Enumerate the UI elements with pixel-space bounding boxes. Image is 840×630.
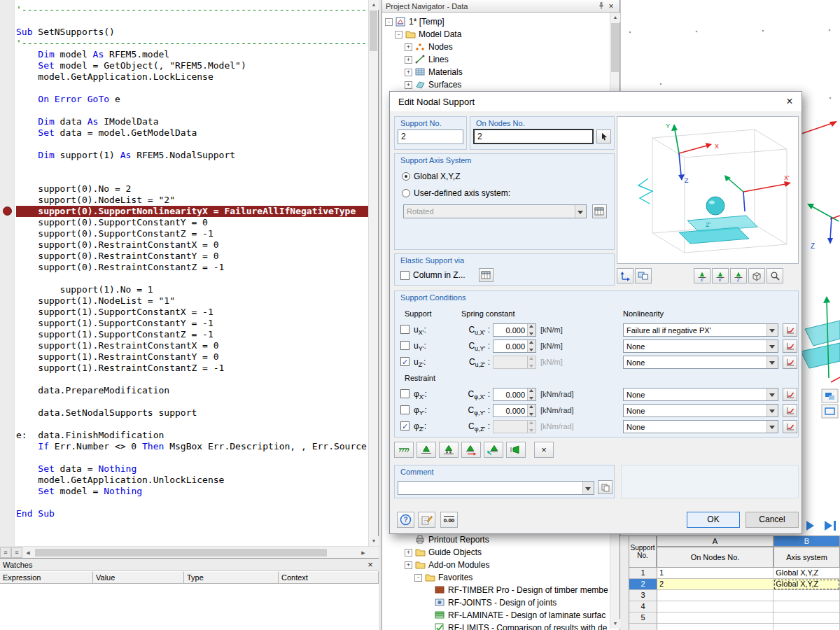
tree-item[interactable]: RF-LIMITS - Comparison of results with d… [382, 622, 610, 630]
close-icon[interactable]: × [365, 559, 376, 570]
tree-item[interactable]: +Surfaces [382, 78, 610, 91]
spring-constant-input[interactable] [493, 356, 536, 369]
chevron-down-icon[interactable] [766, 421, 778, 433]
hinged-support-button[interactable] [416, 442, 436, 458]
spring-constant-input[interactable]: 0.000 [493, 323, 536, 337]
pick-nodes-button[interactable] [596, 130, 611, 144]
scroll-down-icon[interactable]: ▼ [369, 536, 379, 546]
spring-constant-input[interactable]: 0.000 [493, 404, 536, 417]
scroll-up-icon[interactable]: ▲ [369, 0, 379, 10]
support-checkbox[interactable] [400, 341, 410, 350]
column-header-type[interactable]: Type [184, 571, 279, 584]
expand-icon[interactable]: + [405, 81, 412, 89]
comment-select[interactable] [398, 481, 594, 495]
panel-splitter[interactable] [620, 536, 629, 630]
roller-y-support-button[interactable] [484, 442, 503, 458]
column-header-context[interactable]: Context [279, 571, 379, 584]
code-vertical-scrollbar[interactable]: ▲ ▼ [368, 0, 378, 546]
cell-axis-system[interactable] [774, 590, 840, 601]
scroll-right-icon[interactable]: ▶ [358, 547, 369, 558]
nonlinearity-select[interactable]: None [623, 340, 778, 353]
table-corner-header[interactable]: Support No. [629, 536, 657, 568]
support-checkbox[interactable] [400, 405, 410, 414]
tree-item[interactable]: Printout Reports [382, 533, 610, 546]
on-nodes-input[interactable]: 2 [473, 129, 594, 144]
radio-icon[interactable] [402, 189, 410, 197]
column-header-expression[interactable]: Expression [0, 571, 93, 584]
tree-item[interactable]: +Lines [382, 53, 610, 66]
chevron-down-icon[interactable] [766, 340, 778, 352]
row-number[interactable]: 3 [629, 590, 657, 601]
zoom-button[interactable] [766, 268, 783, 284]
column-in-z-checkbox[interactable]: Column in Z... [400, 270, 465, 281]
view-y-button[interactable]: y' [712, 268, 729, 284]
expand-icon[interactable]: + [405, 56, 412, 64]
expand-icon[interactable]: + [405, 69, 412, 76]
split-handle-icon[interactable]: ≡ [0, 547, 11, 558]
scrollbar-thumb[interactable] [35, 549, 327, 556]
chevron-down-icon[interactable] [766, 405, 778, 416]
breakpoint-icon[interactable] [3, 206, 12, 216]
cancel-button[interactable]: Cancel [746, 512, 799, 528]
nonlinearity-edit-button[interactable] [783, 340, 797, 353]
chevron-down-icon[interactable] [582, 482, 594, 494]
cell-on-nodes[interactable] [657, 601, 774, 612]
spinner-icons[interactable] [527, 421, 536, 433]
row-number[interactable]: 1 [629, 568, 657, 579]
split-handle-icon[interactable]: ≡ [11, 547, 22, 558]
expand-icon[interactable]: + [405, 561, 412, 569]
scroll-down-icon[interactable]: ▼ [610, 619, 620, 629]
free-support-button[interactable] [506, 442, 526, 458]
nonlinearity-select[interactable]: None [623, 356, 778, 369]
rigid-support-button[interactable] [394, 442, 414, 458]
nonlinearity-edit-button[interactable] [783, 323, 797, 337]
on-nodes-column-header[interactable]: On Nodes No. [657, 547, 774, 568]
help-button[interactable]: ? [397, 512, 414, 528]
cell-axis-system[interactable]: Global X,Y,Z [774, 568, 840, 579]
decimal-places-button[interactable]: 0.00 [440, 512, 458, 528]
chevron-down-icon[interactable] [766, 388, 778, 400]
spinner-icons[interactable] [527, 324, 536, 336]
chevron-down-icon[interactable] [766, 324, 778, 336]
scrollbar-thumb[interactable] [611, 23, 619, 72]
spinner-icons[interactable] [527, 405, 536, 416]
nonlinearity-select[interactable]: None [623, 404, 778, 417]
nonlinearity-edit-button[interactable] [783, 404, 797, 417]
scroll-up-icon[interactable]: ▲ [610, 13, 620, 22]
column-b-header[interactable]: B [774, 536, 840, 547]
isometric-view-button[interactable] [748, 268, 765, 284]
tree-item[interactable]: +Materials [382, 66, 610, 78]
spring-constant-input[interactable]: 0.000 [493, 340, 536, 353]
spring-constant-input[interactable] [493, 420, 536, 433]
watches-header[interactable]: Watches × [0, 559, 379, 571]
row-number[interactable]: 5 [629, 612, 657, 624]
dialog-titlebar[interactable]: Edit Nodal Support × [390, 92, 802, 111]
delete-support-button[interactable]: × [534, 442, 554, 458]
cell-on-nodes[interactable]: 2 [657, 579, 774, 590]
radio-user-defined[interactable]: User-defined axis system: [402, 188, 510, 199]
tree-item[interactable]: +Nodes [382, 41, 610, 53]
expand-icon[interactable]: + [405, 43, 412, 51]
roller-support-button[interactable] [439, 442, 458, 458]
pin-icon[interactable] [596, 1, 606, 11]
radio-icon[interactable] [402, 172, 410, 181]
tree-item[interactable]: RF-JOINTS - Design of joints [382, 596, 610, 609]
tree-item[interactable]: -1* [Temp] [382, 15, 610, 28]
support-checkbox[interactable] [400, 389, 410, 398]
spring-constant-input[interactable]: 0.000 [493, 388, 536, 401]
column-settings-button[interactable] [479, 268, 493, 282]
scrollbar-thumb[interactable] [370, 10, 377, 51]
column-a-header[interactable]: A [657, 536, 774, 547]
nonlinearity-edit-button[interactable] [783, 356, 797, 369]
checkbox-icon[interactable] [400, 271, 410, 280]
watches-body[interactable] [0, 584, 379, 630]
cell-on-nodes[interactable]: 1 [657, 568, 774, 579]
tree-item[interactable]: +Add-on Modules [382, 559, 610, 571]
support-checkbox[interactable] [400, 325, 410, 334]
editor-margin[interactable] [0, 0, 15, 558]
roller-x-support-button[interactable] [461, 442, 481, 458]
close-icon[interactable]: × [606, 1, 616, 11]
ok-button[interactable]: OK [687, 512, 740, 528]
chevron-down-icon[interactable] [766, 356, 778, 368]
tree-item[interactable]: RF-TIMBER Pro - Design of timber membe [382, 584, 610, 596]
